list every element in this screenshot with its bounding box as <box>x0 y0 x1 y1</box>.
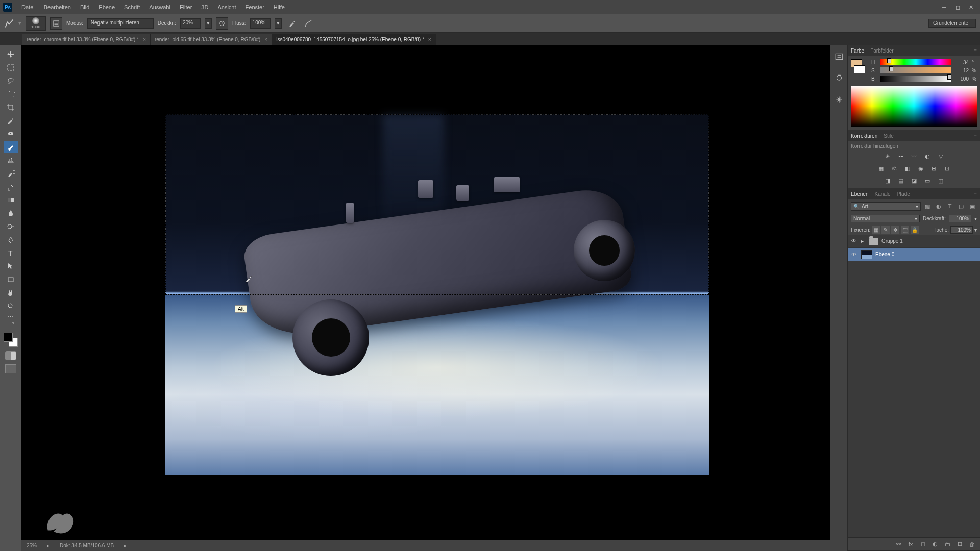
adj-vibrance-icon[interactable]: ▽ <box>936 152 945 160</box>
lock-pixels-icon[interactable]: ✎ <box>881 226 890 234</box>
healing-brush-tool[interactable] <box>4 128 18 140</box>
rectangle-tool[interactable] <box>4 273 18 286</box>
adj-bw-icon[interactable]: ◧ <box>903 164 912 172</box>
foreground-background-colors[interactable] <box>4 333 18 347</box>
group-expand-icon[interactable]: ▸ <box>861 238 866 244</box>
adj-colorlookup-icon[interactable]: ⊡ <box>943 164 952 172</box>
panel-menu-icon[interactable]: ≡ <box>974 133 977 139</box>
document-tab[interactable]: render_chrome.tif bei 33.3% (Ebene 0, RG… <box>22 34 151 45</box>
marquee-tool[interactable] <box>4 61 18 73</box>
move-tool[interactable] <box>4 48 18 60</box>
adj-hue-icon[interactable]: ▦ <box>876 164 886 172</box>
adj-gradientmap-icon[interactable]: ▭ <box>923 177 932 185</box>
eyedropper-tool[interactable] <box>4 114 18 127</box>
filter-shape-icon[interactable]: ▢ <box>957 202 966 211</box>
hue-slider[interactable] <box>880 59 951 65</box>
adj-brightness-icon[interactable]: ☀ <box>883 152 892 160</box>
character-panel-icon[interactable] <box>834 94 845 105</box>
brush-panel-toggle-icon[interactable] <box>50 17 62 30</box>
tab-styles[interactable]: Stile <box>884 133 893 139</box>
menu-image[interactable]: Bild <box>76 2 93 12</box>
blur-tool[interactable] <box>4 207 18 219</box>
layer-name[interactable]: Gruppe 1 <box>881 238 903 244</box>
menu-window[interactable]: Fenster <box>241 2 268 12</box>
flow-input[interactable]: 100% <box>250 18 271 29</box>
panel-background-swatch[interactable] <box>854 65 865 73</box>
menu-3d[interactable]: 3D <box>197 2 212 12</box>
chevron-down-icon[interactable]: ▾ <box>974 216 977 221</box>
color-spectrum[interactable] <box>851 86 977 127</box>
path-selection-tool[interactable] <box>4 260 18 272</box>
tab-layers[interactable]: Ebenen <box>851 191 868 197</box>
history-panel-icon[interactable] <box>834 51 845 62</box>
properties-panel-icon[interactable] <box>834 72 845 84</box>
adj-selectivecolor-icon[interactable]: ◫ <box>936 177 945 185</box>
layer-fill-input[interactable]: 100% <box>950 226 973 234</box>
canvas-area[interactable]: Alt 25% ▸ Dok: 34.5 MB/106.6 MB ▸ <box>21 45 830 551</box>
layer-fx-icon[interactable]: fx <box>906 541 915 547</box>
adj-curves-icon[interactable]: 〰 <box>910 152 919 160</box>
menu-file[interactable]: Datei <box>17 2 39 12</box>
opacity-input[interactable]: 20% <box>180 18 201 29</box>
hand-tool[interactable] <box>4 287 18 299</box>
adj-posterize-icon[interactable]: ▤ <box>896 177 905 185</box>
menu-edit[interactable]: Bearbeiten <box>40 2 75 12</box>
adj-threshold-icon[interactable]: ◪ <box>910 177 919 185</box>
window-maximize-button[interactable]: ◻ <box>951 3 964 12</box>
bri-value[interactable]: 100 <box>954 76 969 82</box>
menu-type[interactable]: Schrift <box>120 2 144 12</box>
filter-smart-icon[interactable]: ▣ <box>968 202 977 211</box>
swap-colors-icon[interactable] <box>4 321 18 329</box>
layer-opacity-input[interactable]: 100% <box>949 215 971 222</box>
bri-slider[interactable] <box>880 76 951 82</box>
blend-mode-select[interactable]: Negativ multiplizieren <box>87 18 154 29</box>
new-group-icon[interactable]: 🗀 <box>943 541 951 547</box>
filter-type-icon[interactable]: T <box>945 202 954 211</box>
tab-color[interactable]: Farbe <box>851 48 864 54</box>
lock-artboard-icon[interactable]: ⬚ <box>901 226 909 234</box>
delete-layer-icon[interactable]: 🗑 <box>968 541 976 547</box>
filter-pixel-icon[interactable]: ▧ <box>923 202 932 211</box>
airbrush-icon[interactable] <box>286 17 298 30</box>
pressure-size-icon[interactable] <box>302 17 314 30</box>
hue-value[interactable]: 34 <box>954 60 969 65</box>
menu-select[interactable]: Auswahl <box>145 2 175 12</box>
window-minimize-button[interactable]: ─ <box>938 3 950 12</box>
opacity-dropdown-icon[interactable]: ▾ <box>205 18 212 29</box>
visibility-toggle-icon[interactable]: 👁 <box>850 252 858 257</box>
clone-stamp-tool[interactable] <box>4 154 18 166</box>
status-arrow-icon[interactable]: ▸ <box>47 543 50 548</box>
sat-slider[interactable] <box>880 67 951 73</box>
lock-transparency-icon[interactable]: ▦ <box>872 226 880 234</box>
layer-row-group[interactable]: 👁 ▸ Gruppe 1 <box>848 235 980 248</box>
screen-mode-icon[interactable] <box>5 364 16 373</box>
layer-blend-mode-select[interactable]: Normal ▾ <box>851 215 920 222</box>
pressure-opacity-icon[interactable] <box>216 17 228 30</box>
document-tab[interactable]: render_old.65.tif bei 33.3% (Ebene 0, RG… <box>151 34 272 45</box>
zoom-tool[interactable] <box>4 300 18 312</box>
eraser-tool[interactable] <box>4 181 18 193</box>
new-layer-icon[interactable]: ⊞ <box>955 541 964 547</box>
gradient-tool[interactable] <box>4 194 18 206</box>
window-close-button[interactable]: ✕ <box>965 3 977 12</box>
layer-row[interactable]: 👁 Ebene 0 <box>848 248 980 261</box>
magic-wand-tool[interactable] <box>4 88 18 100</box>
visibility-toggle-icon[interactable]: 👁 <box>850 238 858 244</box>
add-mask-icon[interactable]: ◻ <box>919 541 927 547</box>
tool-preset-dropdown-icon[interactable]: ▾ <box>18 20 21 27</box>
tab-close-icon[interactable]: × <box>428 37 431 42</box>
tab-close-icon[interactable]: × <box>264 37 267 42</box>
lock-position-icon[interactable]: ✥ <box>891 226 899 234</box>
tab-close-icon[interactable]: × <box>143 37 146 42</box>
current-tool-icon[interactable] <box>4 18 14 29</box>
crop-tool[interactable] <box>4 101 18 113</box>
filter-adjustment-icon[interactable]: ◐ <box>934 202 943 211</box>
panel-menu-icon[interactable]: ≡ <box>974 191 977 197</box>
foreground-color-swatch[interactable] <box>4 333 13 342</box>
layer-filter-type[interactable]: 🔍 Art ▾ <box>851 202 921 211</box>
menu-view[interactable]: Ansicht <box>213 2 240 12</box>
flow-dropdown-icon[interactable]: ▾ <box>275 18 282 29</box>
adj-levels-icon[interactable]: ⚍ <box>896 152 905 160</box>
dodge-tool[interactable] <box>4 220 18 233</box>
tab-adjustments[interactable]: Korrekturen <box>851 133 877 139</box>
